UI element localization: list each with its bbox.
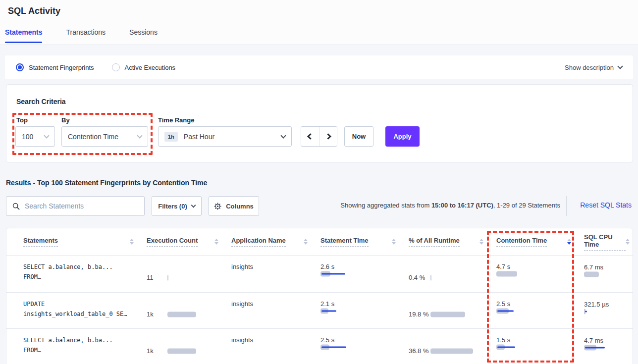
statement-link[interactable]: SELECT a.balance, b.ba... FROM…: [23, 256, 147, 292]
runtime-pct-cell: 0.4 %: [409, 256, 496, 292]
execution-count-bar: [167, 348, 215, 354]
column-header-contention-time[interactable]: Contention Time: [496, 237, 584, 247]
by-select[interactable]: Contention Time: [61, 126, 148, 147]
application-name-cell: insights: [231, 256, 320, 292]
execution-count-cell: 1k: [147, 329, 231, 364]
chevron-down-icon: [44, 133, 49, 138]
sort-icon[interactable]: [479, 239, 483, 245]
time-range-value: Past Hour: [184, 133, 214, 141]
filters-label: Filters (0): [158, 203, 187, 210]
time-range-badge: 1h: [164, 132, 178, 142]
chevron-down-icon: [137, 133, 142, 138]
by-label: By: [61, 116, 70, 124]
sql-cpu-time-cell: 6.7 ms: [584, 256, 633, 292]
application-name-cell: insights: [231, 293, 320, 328]
show-description-label: Show description: [565, 64, 614, 71]
runtime-pct-bar: [430, 275, 478, 281]
search-input[interactable]: [25, 202, 138, 210]
statement-time-cell: 2.1 s: [320, 293, 409, 328]
previous-time-window-button[interactable]: [301, 127, 319, 146]
apply-button[interactable]: Apply: [385, 126, 420, 147]
radio-unselected-icon[interactable]: [112, 63, 120, 71]
reset-sql-stats-link[interactable]: Reset SQL Stats: [580, 201, 632, 209]
table-row: SELECT a.balance, b.ba... FROM… 11 insig…: [6, 255, 633, 292]
gear-icon: [214, 203, 221, 210]
statement-link[interactable]: UPDATE insights_workload_table_0 SE…: [23, 293, 147, 328]
table-header-row: Statements Execution Count Application N…: [6, 228, 633, 255]
chevron-left-icon: [307, 133, 314, 140]
chevron-down-icon: [191, 203, 196, 208]
radio-selected-icon[interactable]: [16, 63, 24, 71]
aggregated-stats-text: Showing aggregated stats from 15:00 to 1…: [340, 202, 560, 209]
table-row: SELECT a.balance, b.ba... FROM… 1k insig…: [6, 328, 633, 364]
search-icon: [12, 203, 20, 210]
view-mode-bar: Statement Fingerprints Active Executions…: [5, 55, 633, 79]
chevron-down-icon: [617, 63, 623, 69]
time-range-label: Time Range: [158, 116, 194, 124]
table-row: UPDATE insights_workload_table_0 SE… 1k …: [6, 292, 633, 328]
column-header-sql-cpu-time[interactable]: SQL CPU Time: [584, 233, 633, 251]
contention-time-cell: 4.7 s: [496, 256, 584, 292]
statement-time-cell: 2.5 s: [320, 329, 409, 364]
execution-count-bar: [167, 275, 215, 281]
sort-icon[interactable]: [304, 239, 308, 245]
sql-cpu-time-cell: 4.7 ms: [584, 329, 633, 364]
radio-label: Active Executions: [125, 64, 176, 71]
columns-label: Columns: [226, 203, 254, 210]
statements-table: Statements Execution Count Application N…: [6, 228, 633, 364]
statement-search-box[interactable]: [6, 196, 145, 216]
sort-icon[interactable]: [130, 239, 134, 245]
columns-button[interactable]: Columns: [209, 196, 259, 216]
runtime-pct-bar: [430, 348, 478, 354]
show-description-toggle[interactable]: Show description: [565, 64, 622, 71]
top-select-value: 100: [22, 133, 33, 141]
column-header-statement-time[interactable]: Statement Time: [320, 237, 409, 247]
chevron-right-icon: [325, 133, 331, 140]
execution-count-cell: 11: [147, 256, 231, 292]
statement-time-cell: 2.6 s: [320, 256, 409, 292]
sort-icon[interactable]: [392, 239, 396, 245]
page-header: SQL Activity Statements Transactions Ses…: [0, 0, 638, 45]
search-criteria-title: Search Criteria: [16, 98, 66, 105]
column-header-execution-count[interactable]: Execution Count: [147, 237, 231, 247]
column-header-runtime-pct[interactable]: % of All Runtime: [409, 237, 496, 247]
time-window-pager: [301, 126, 337, 147]
statement-link[interactable]: SELECT a.balance, b.ba... FROM…: [23, 329, 147, 364]
runtime-pct-cell: 36.8 %: [409, 329, 496, 364]
top-label: Top: [16, 116, 28, 124]
sort-icon-active-desc[interactable]: [567, 239, 571, 245]
sort-icon[interactable]: [214, 239, 218, 245]
contention-time-cell: 1.5 s: [496, 329, 584, 364]
radio-label: Statement Fingerprints: [29, 64, 94, 71]
sql-cpu-time-cell: 321.5 µs: [584, 293, 633, 328]
divider: [566, 196, 567, 216]
chevron-down-icon: [280, 133, 286, 138]
tabbar: Statements Transactions Sessions: [5, 28, 158, 43]
runtime-pct-cell: 19.8 %: [409, 293, 496, 328]
sort-icon[interactable]: [626, 239, 630, 245]
next-time-window-button[interactable]: [319, 127, 337, 146]
page-title: SQL Activity: [8, 6, 60, 16]
top-select[interactable]: 100: [15, 126, 55, 147]
results-heading: Results - Top 100 Statement Fingerprints…: [6, 179, 207, 187]
now-button[interactable]: Now: [344, 126, 373, 147]
contention-time-cell: 2.5 s: [496, 293, 584, 328]
results-toolbar: Filters (0) Columns Showing aggregated s…: [6, 196, 633, 216]
column-header-application-name[interactable]: Application Name: [231, 237, 320, 247]
tab-sessions[interactable]: Sessions: [129, 28, 158, 43]
by-select-value: Contention Time: [68, 133, 118, 141]
time-range-select[interactable]: 1h Past Hour: [158, 126, 292, 147]
tab-statements[interactable]: Statements: [5, 28, 42, 43]
tab-transactions[interactable]: Transactions: [66, 28, 106, 43]
radio-statement-fingerprints[interactable]: Statement Fingerprints: [16, 63, 94, 71]
execution-count-cell: 1k: [147, 293, 231, 328]
execution-count-bar: [167, 312, 215, 317]
search-criteria-card: Search Criteria Top 100 By Contention Ti…: [6, 84, 633, 162]
filters-button[interactable]: Filters (0): [152, 196, 202, 216]
radio-active-executions[interactable]: Active Executions: [112, 63, 176, 71]
runtime-pct-bar: [430, 312, 478, 317]
application-name-cell: insights: [231, 329, 320, 364]
column-header-statements[interactable]: Statements: [23, 237, 147, 247]
